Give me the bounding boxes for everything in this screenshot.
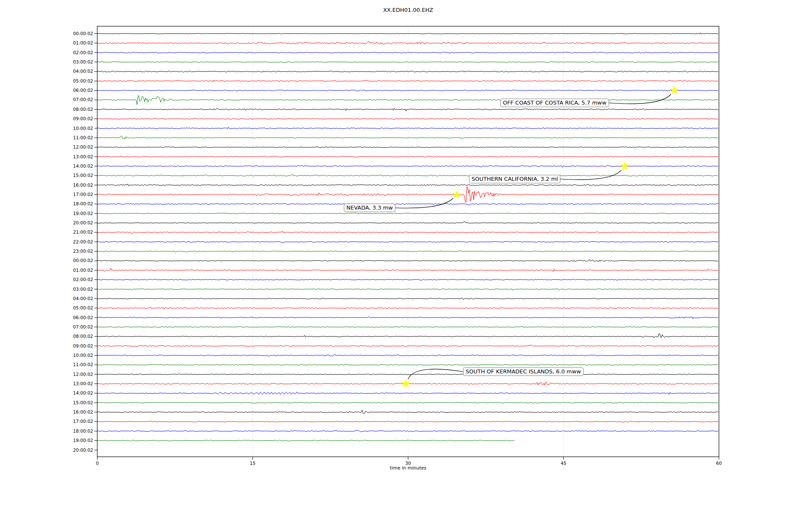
trace-row-25-01:00:02 bbox=[97, 268, 718, 272]
trace-row-36-12:00:02 bbox=[97, 374, 718, 375]
y-axis-label: 11:00:02 bbox=[58, 135, 93, 141]
trace-row-23-23:00:02 bbox=[97, 251, 718, 252]
y-axis-label: 09:00:02 bbox=[58, 343, 93, 349]
y-axis-label: 00:00:02 bbox=[58, 258, 93, 263]
trace-row-34-10:00:02 bbox=[97, 355, 718, 356]
y-axis-label: 10:00:02 bbox=[58, 353, 93, 358]
trace-row-2-02:00:02 bbox=[97, 52, 718, 53]
y-axis-label: 06:00:02 bbox=[58, 88, 93, 93]
y-axis-label: 17:00:02 bbox=[58, 192, 93, 197]
y-axis-label: 05:00:02 bbox=[58, 305, 93, 311]
y-axis-label: 07:00:02 bbox=[58, 97, 93, 102]
y-axis-label: 13:00:02 bbox=[58, 381, 93, 387]
y-axis-label: 20:00:02 bbox=[58, 447, 93, 453]
trace-row-7-07:00:02 bbox=[97, 95, 718, 105]
y-axis-label: 22:00:02 bbox=[58, 239, 93, 245]
trace-row-29-05:00:02 bbox=[97, 307, 718, 309]
trace-row-3-03:00:02 bbox=[97, 61, 718, 63]
trace-row-31-07:00:02 bbox=[97, 326, 718, 328]
trace-row-39-15:00:02 bbox=[97, 402, 718, 403]
x-axis-title: time in minutes bbox=[97, 465, 719, 471]
trace-row-5-05:00:02 bbox=[97, 80, 718, 82]
trace-row-42-18:00:02 bbox=[97, 431, 718, 432]
trace-row-20-20:00:02 bbox=[97, 221, 718, 224]
trace-row-27-03:00:02 bbox=[97, 289, 718, 290]
annotation-label-0: OFF COAST OF COSTA RICA, 5.7 mww bbox=[500, 99, 609, 107]
helicorder-figure: XX.EDH01.00.EHZ 00:00:0201:00:0202:00:02… bbox=[0, 0, 812, 508]
trace-row-21-21:00:02 bbox=[97, 231, 718, 234]
y-axis-label: 03:00:02 bbox=[58, 59, 93, 65]
trace-row-1-01:00:02 bbox=[97, 41, 718, 44]
y-axis-label: 11:00:02 bbox=[58, 362, 93, 367]
annotation-label-3: SOUTH OF KERMADEC ISLANDS, 6.0 mww bbox=[463, 367, 584, 376]
y-axis-label: 19:00:02 bbox=[58, 438, 93, 443]
y-axis-label: 18:00:02 bbox=[58, 201, 93, 207]
y-axis-label: 09:00:02 bbox=[58, 116, 93, 121]
trace-row-24-00:00:02 bbox=[97, 260, 718, 262]
y-axis-label: 00:00:02 bbox=[58, 31, 93, 36]
y-axis-label: 07:00:02 bbox=[58, 324, 93, 330]
y-axis-label: 16:00:02 bbox=[58, 182, 93, 188]
trace-row-40-16:00:02 bbox=[97, 410, 718, 414]
y-axis-label: 13:00:02 bbox=[58, 154, 93, 160]
trace-row-13-13:00:02 bbox=[97, 156, 718, 157]
y-axis-label: 08:00:02 bbox=[58, 334, 93, 339]
annotation-label-1: SOUTHERN CALIFORNIA, 3.2 ml bbox=[469, 175, 560, 183]
y-axis-label: 20:00:02 bbox=[58, 220, 93, 226]
y-axis-label: 08:00:02 bbox=[58, 107, 93, 112]
y-axis-label: 21:00:02 bbox=[58, 229, 93, 235]
helicorder-plot-canvas bbox=[0, 0, 812, 508]
trace-row-8-08:00:02 bbox=[97, 108, 718, 111]
trace-row-33-09:00:02 bbox=[97, 345, 718, 347]
trace-row-22-22:00:02 bbox=[97, 241, 718, 243]
trace-row-15-15:00:02 bbox=[97, 174, 718, 177]
trace-row-35-11:00:02 bbox=[97, 364, 718, 365]
y-axis-label: 02:00:02 bbox=[58, 277, 93, 282]
trace-row-12-12:00:02 bbox=[97, 147, 718, 148]
y-axis-label: 04:00:02 bbox=[58, 296, 93, 301]
y-axis-label: 17:00:02 bbox=[58, 419, 93, 424]
y-axis-label: 14:00:02 bbox=[58, 163, 93, 169]
y-axis-label: 06:00:02 bbox=[58, 315, 93, 320]
trace-row-18-18:00:02 bbox=[97, 204, 718, 206]
y-axis-label: 04:00:02 bbox=[58, 69, 93, 74]
y-axis-label: 10:00:02 bbox=[58, 126, 93, 131]
y-axis-label: 05:00:02 bbox=[58, 78, 93, 84]
trace-row-14-14:00:02 bbox=[97, 165, 718, 167]
y-axis-label: 15:00:02 bbox=[58, 173, 93, 178]
trace-row-16-16:00:02 bbox=[97, 184, 718, 186]
y-axis-label: 01:00:02 bbox=[58, 268, 93, 273]
y-axis-label: 12:00:02 bbox=[58, 144, 93, 150]
trace-row-0-00:00:02 bbox=[97, 33, 718, 34]
y-axis-label: 03:00:02 bbox=[58, 287, 93, 292]
y-axis-label: 16:00:02 bbox=[58, 409, 93, 415]
y-axis-label: 18:00:02 bbox=[58, 428, 93, 434]
annotation-label-2: NEVADA, 3.3 mw bbox=[344, 204, 395, 212]
y-axis-label: 23:00:02 bbox=[58, 248, 93, 254]
trace-row-37-13:00:02 bbox=[97, 382, 718, 385]
trace-row-4-04:00:02 bbox=[97, 71, 718, 72]
trace-row-30-06:00:02 bbox=[97, 317, 718, 319]
trace-row-43-19:00:02 bbox=[97, 440, 514, 441]
y-axis-label: 01:00:02 bbox=[58, 40, 93, 46]
trace-row-17-17:00:02 bbox=[97, 187, 718, 203]
trace-row-19-19:00:02 bbox=[97, 213, 718, 214]
y-axis-label: 12:00:02 bbox=[58, 372, 93, 377]
trace-row-11-11:00:02 bbox=[97, 136, 718, 139]
trace-row-32-08:00:02 bbox=[97, 334, 718, 338]
trace-row-9-09:00:02 bbox=[97, 118, 718, 119]
trace-row-41-17:00:02 bbox=[97, 421, 718, 422]
trace-row-38-14:00:02 bbox=[97, 392, 718, 395]
y-axis-label: 14:00:02 bbox=[58, 390, 93, 396]
trace-row-26-02:00:02 bbox=[97, 279, 718, 280]
trace-row-28-04:00:02 bbox=[97, 298, 718, 300]
y-axis-label: 15:00:02 bbox=[58, 400, 93, 406]
trace-row-6-06:00:02 bbox=[97, 90, 718, 91]
y-axis-label: 19:00:02 bbox=[58, 211, 93, 216]
y-axis-label: 02:00:02 bbox=[58, 50, 93, 55]
trace-row-10-10:00:02 bbox=[97, 127, 718, 129]
